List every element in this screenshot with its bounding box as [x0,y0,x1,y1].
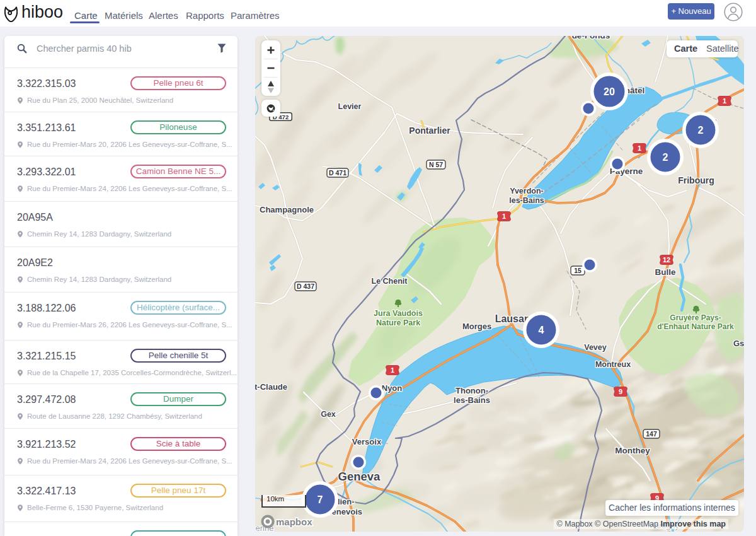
svg-text:2: 2 [663,152,668,163]
svg-text:Champagnole: Champagnole [260,205,314,214]
svg-text:Jura Vaudois: Jura Vaudois [374,309,423,318]
svg-text:Pontarlier: Pontarlier [409,125,450,136]
svg-text:Thonon-: Thonon- [455,386,488,395]
svg-text:Yverdon-: Yverdon- [510,187,544,195]
svg-text:Gex: Gex [321,410,336,419]
svg-text:147: 147 [646,430,657,438]
svg-text:Morges: Morges [462,322,491,331]
svg-text:Gruyère Pays-: Gruyère Pays- [670,313,721,322]
svg-text:Nyon: Nyon [382,383,403,393]
svg-text:Nature Park: Nature Park [376,318,420,327]
svg-text:Geneva: Geneva [338,470,381,483]
svg-text:Bulle: Bulle [655,267,675,277]
svg-text:9: 9 [619,388,622,395]
svg-text:N 57: N 57 [429,161,443,168]
svg-text:t-Claude: t-Claude [255,382,287,392]
svg-text:1: 1 [502,213,506,220]
svg-text:1: 1 [638,144,641,152]
svg-text:12: 12 [663,256,670,264]
svg-text:1: 1 [723,97,726,105]
svg-text:les-Bains: les-Bains [509,196,544,205]
svg-text:Levier: Levier [338,102,362,111]
svg-text:Montreux: Montreux [595,360,631,369]
svg-text:20: 20 [604,86,615,97]
svg-text:Versoix: Versoix [352,437,382,446]
svg-text:D 437: D 437 [297,283,314,290]
svg-text:de-Fonds: de-Fonds [572,36,610,40]
svg-text:mapbox: mapbox [276,516,312,527]
svg-text:4: 4 [539,325,544,335]
svg-text:les-Bains: les-Bains [454,395,490,405]
svg-text:Gstaad: Gstaad [733,339,744,348]
svg-text:15: 15 [574,267,581,274]
svg-text:d'Enhaut Nature Park: d'Enhaut Nature Park [657,322,734,331]
svg-text:2: 2 [698,125,704,136]
svg-text:Le Chenit: Le Chenit [372,277,408,286]
svg-text:7: 7 [318,494,323,505]
svg-text:Vevey: Vevey [584,343,607,352]
svg-text:1: 1 [391,366,394,374]
svg-text:Monthey: Monthey [615,446,650,455]
svg-text:Fribourg: Fribourg [678,175,714,185]
svg-text:D 471: D 471 [329,169,346,177]
